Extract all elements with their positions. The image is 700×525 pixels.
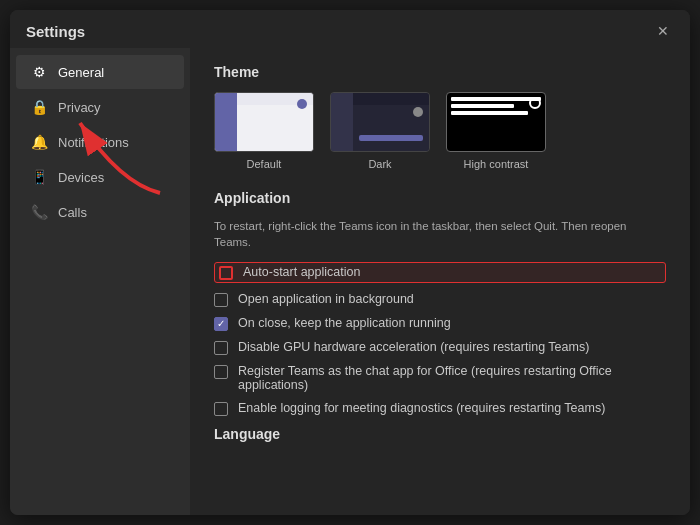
checkbox-gpu-label: Disable GPU hardware acceleration (requi… (238, 340, 589, 354)
contrast-line-1 (451, 97, 541, 101)
preview-sidebar-dark (331, 93, 353, 151)
sidebar-item-devices[interactable]: 📱 Devices (16, 160, 184, 194)
theme-default-preview (214, 92, 314, 152)
checkbox-autostart-label: Auto-start application (243, 265, 360, 279)
title-bar: Settings ✕ (10, 10, 690, 48)
checkbox-keep-running[interactable]: On close, keep the application running (214, 316, 666, 331)
preview-avatar (297, 99, 307, 109)
preview-avatar-dark (413, 107, 423, 117)
checkbox-keep-running-label: On close, keep the application running (238, 316, 451, 330)
sidebar-item-privacy[interactable]: 🔒 Privacy (16, 90, 184, 124)
settings-window: Settings ✕ ⚙ General 🔒 Privacy 🔔 Notific… (10, 10, 690, 515)
preview-lines-contrast (451, 97, 541, 118)
sidebar-item-general[interactable]: ⚙ General (16, 55, 184, 89)
checkbox-office-label: Register Teams as the chat app for Offic… (238, 364, 666, 392)
theme-contrast-label: High contrast (464, 158, 529, 170)
preview-content (237, 105, 313, 151)
contrast-line-3 (451, 111, 528, 115)
theme-default[interactable]: Default (214, 92, 314, 170)
checkbox-keep-running-box (214, 317, 228, 331)
sidebar-label-notifications: Notifications (58, 135, 129, 150)
contrast-line-2 (451, 104, 514, 108)
checkbox-autostart-box (219, 266, 233, 280)
checkbox-background[interactable]: Open application in background (214, 292, 666, 307)
sidebar-label-privacy: Privacy (58, 100, 101, 115)
sidebar: ⚙ General 🔒 Privacy 🔔 Notifications 📱 De… (10, 48, 190, 515)
checkbox-autostart[interactable]: Auto-start application (214, 262, 666, 283)
theme-default-label: Default (247, 158, 282, 170)
checkbox-gpu-box (214, 341, 228, 355)
preview-header-dark (353, 93, 429, 105)
language-section: Language (214, 426, 666, 442)
theme-dark[interactable]: Dark (330, 92, 430, 170)
gear-icon: ⚙ (30, 64, 48, 80)
theme-options: Default Dark (214, 92, 666, 170)
sidebar-item-calls[interactable]: 📞 Calls (16, 195, 184, 229)
application-description: To restart, right-click the Teams icon i… (214, 218, 666, 250)
sidebar-label-devices: Devices (58, 170, 104, 185)
theme-contrast-preview (446, 92, 546, 152)
theme-dark-label: Dark (368, 158, 391, 170)
checkbox-logging[interactable]: Enable logging for meeting diagnostics (… (214, 401, 666, 416)
checkbox-background-box (214, 293, 228, 307)
phone-icon: 📞 (30, 204, 48, 220)
bell-icon: 🔔 (30, 134, 48, 150)
application-section: Application To restart, right-click the … (214, 190, 666, 416)
preview-sidebar (215, 93, 237, 151)
close-button[interactable]: ✕ (652, 20, 674, 42)
sidebar-item-notifications[interactable]: 🔔 Notifications (16, 125, 184, 159)
application-section-title: Application (214, 190, 666, 206)
window-title: Settings (26, 23, 85, 40)
checkbox-office-box (214, 365, 228, 379)
preview-avatar-contrast (529, 97, 541, 109)
theme-section-title: Theme (214, 64, 666, 80)
checkbox-background-label: Open application in background (238, 292, 414, 306)
device-icon: 📱 (30, 169, 48, 185)
checkbox-office[interactable]: Register Teams as the chat app for Offic… (214, 364, 666, 392)
language-section-title: Language (214, 426, 666, 442)
checkbox-gpu[interactable]: Disable GPU hardware acceleration (requi… (214, 340, 666, 355)
checkbox-logging-label: Enable logging for meeting diagnostics (… (238, 401, 605, 415)
sidebar-label-calls: Calls (58, 205, 87, 220)
checkbox-logging-box (214, 402, 228, 416)
theme-contrast[interactable]: High contrast (446, 92, 546, 170)
preview-bar-dark (359, 135, 423, 141)
lock-icon: 🔒 (30, 99, 48, 115)
sidebar-label-general: General (58, 65, 104, 80)
content-area: ⚙ General 🔒 Privacy 🔔 Notifications 📱 De… (10, 48, 690, 515)
theme-dark-preview (330, 92, 430, 152)
main-content: Theme Default (190, 48, 690, 515)
